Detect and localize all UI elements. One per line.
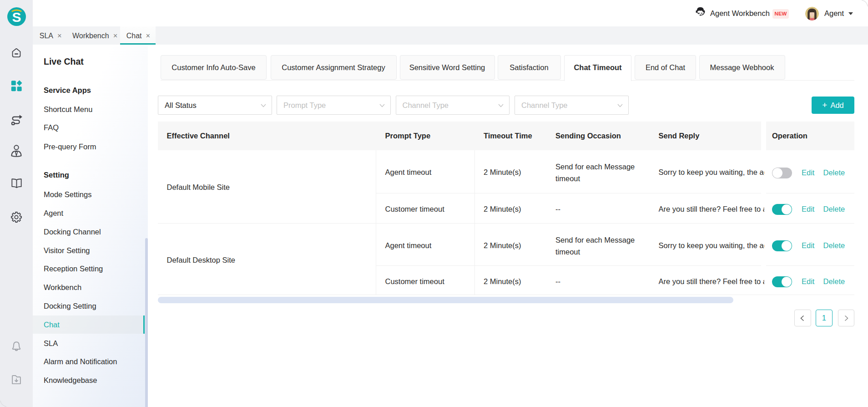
- svg-text:S: S: [12, 10, 21, 25]
